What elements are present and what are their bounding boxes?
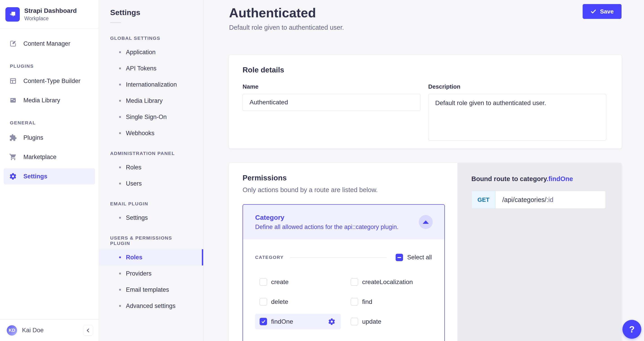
role-details-card: Role details Name Description Default ro…: [229, 55, 622, 148]
page-header: Authenticated Default role given to auth…: [229, 0, 622, 32]
subnav-item-internationalization[interactable]: Internationalization: [99, 77, 203, 93]
action-label: findOne: [271, 318, 293, 325]
subnav-item-api-tokens[interactable]: API Tokens: [99, 60, 203, 77]
bullet-icon: [119, 84, 121, 86]
category-group-row: CATEGORY Select all: [255, 254, 432, 261]
method-badge: GET: [472, 191, 496, 208]
select-all-control[interactable]: Select all: [396, 254, 432, 261]
create-checkbox[interactable]: [260, 278, 267, 286]
route-path: /api/categories/:id: [496, 191, 606, 208]
indeterminate-icon: [398, 257, 401, 258]
nav-item-media-library[interactable]: Media Library: [4, 92, 95, 108]
findOne-settings-button[interactable]: [327, 317, 336, 326]
workspace-brand[interactable]: Strapi Dashboard Workplace: [0, 0, 99, 29]
caret-up-icon: [422, 220, 429, 224]
bullet-icon: [119, 289, 121, 291]
nav-section-plugins: PLUGINS: [0, 64, 99, 69]
subnav-section-email-plugin: EMAIL PLUGIN: [99, 201, 203, 206]
subnav-item-up-providers[interactable]: Providers: [99, 265, 203, 282]
collapse-sidebar-button[interactable]: [83, 325, 93, 335]
nav-item-plugins[interactable]: Plugins: [4, 130, 95, 146]
strapi-logo-icon: [6, 7, 20, 22]
route-box: GET /api/categories/:id: [471, 191, 606, 209]
select-all-checkbox[interactable]: [396, 254, 403, 261]
subnav-item-single-sign-on[interactable]: Single Sign-On: [99, 109, 203, 125]
bullet-icon: [119, 217, 121, 219]
sidebar-footer: KD Kai Doe: [0, 319, 99, 341]
accordion-title: Category: [255, 213, 398, 222]
description-label: Description: [428, 83, 606, 90]
subnav-item-up-roles[interactable]: Roles: [99, 249, 203, 265]
subnav-item-admin-users[interactable]: Users: [99, 175, 203, 192]
find-checkbox[interactable]: [351, 298, 358, 305]
nav-item-content-manager[interactable]: Content Manager: [4, 36, 95, 52]
nav-item-label: Settings: [24, 173, 48, 180]
name-field[interactable]: [242, 94, 420, 111]
permissions-subtitle: Only actions bound by a route are listed…: [242, 186, 445, 194]
bullet-icon: [119, 116, 121, 118]
bullet-icon: [119, 166, 121, 168]
bound-route-title: Bound route to category.findOne: [471, 175, 606, 183]
user-name: Kai Doe: [22, 327, 78, 334]
subnav-item-email-settings[interactable]: Settings: [99, 210, 203, 226]
action-row-create: create: [255, 274, 341, 290]
app-title: Strapi Dashboard: [24, 7, 77, 15]
subnav-item-up-advanced-settings[interactable]: Advanced settings: [99, 298, 203, 314]
nav-item-content-type-builder[interactable]: Content-Type Builder: [4, 73, 95, 89]
subnav-section-users-permissions-plugin: USERS & PERMISSIONS PLUGIN: [99, 235, 203, 246]
action-label: update: [362, 318, 382, 325]
select-all-label: Select all: [407, 254, 432, 261]
collapse-accordion-button[interactable]: [419, 215, 433, 229]
permissions-title: Permissions: [242, 174, 445, 182]
check-icon: [590, 9, 596, 15]
bullet-icon: [119, 100, 121, 102]
createLocalization-checkbox[interactable]: [351, 278, 358, 286]
actions-grid: create createLocalization delete: [255, 274, 432, 329]
role-details-fields: Name Description Default role given to a…: [242, 83, 606, 142]
nav-item-label: Marketplace: [24, 154, 56, 161]
nav-item-label: Content Manager: [24, 40, 70, 47]
action-label: delete: [271, 298, 288, 305]
bullet-icon: [119, 273, 121, 274]
name-label: Name: [242, 83, 420, 90]
subnav-item-up-email-templates[interactable]: Email templates: [99, 282, 203, 298]
subnav-item-application[interactable]: Application: [99, 44, 203, 60]
name-field-group: Name: [242, 83, 420, 142]
findOne-checkbox[interactable]: [260, 318, 267, 325]
accordion-subtitle: Define all allowed actions for the api::…: [255, 223, 398, 231]
gear-icon: [328, 318, 336, 325]
action-label: create: [271, 278, 288, 286]
gear-icon: [8, 172, 18, 181]
subnav-item-webhooks[interactable]: Webhooks: [99, 125, 203, 141]
nav-item-label: Content-Type Builder: [24, 78, 80, 85]
save-button-label: Save: [600, 8, 614, 15]
settings-title: Settings: [99, 8, 203, 17]
description-field[interactable]: Default role given to authenticated user…: [428, 94, 606, 141]
nav-item-marketplace[interactable]: Marketplace: [4, 149, 95, 165]
category-accordion-header[interactable]: Category Define all allowed actions for …: [243, 205, 444, 239]
bound-route-panel: Bound route to category.findOne GET /api…: [458, 163, 622, 341]
page-subtitle: Default role given to authenticated user…: [229, 24, 622, 32]
subnav-section-administration-panel: ADMINISTRATION PANEL: [99, 151, 203, 156]
help-button[interactable]: ?: [622, 320, 641, 339]
nav-item-settings[interactable]: Settings: [4, 168, 95, 184]
main-content: Authenticated Default role given to auth…: [204, 0, 644, 341]
action-label: find: [362, 298, 372, 305]
subnav-item-media-library[interactable]: Media Library: [99, 93, 203, 109]
workspace-name: Workplace: [24, 15, 77, 22]
subnav-section-global-settings: GLOBAL SETTINGS: [99, 36, 203, 41]
nav-item-label: Plugins: [24, 134, 44, 141]
save-button[interactable]: Save: [583, 4, 622, 19]
settings-subnav: Settings GLOBAL SETTINGS Application API…: [99, 0, 204, 341]
content-manager-icon: [8, 39, 18, 48]
update-checkbox[interactable]: [351, 318, 358, 325]
subnav-item-admin-roles[interactable]: Roles: [99, 159, 203, 175]
delete-checkbox[interactable]: [260, 298, 267, 305]
nav-section-general: GENERAL: [0, 120, 99, 126]
media-library-icon: [8, 96, 18, 105]
bullet-icon: [119, 51, 121, 53]
avatar[interactable]: KD: [7, 325, 17, 335]
title-divider: [110, 22, 121, 23]
main-sidebar: Strapi Dashboard Workplace Content Manag…: [0, 0, 99, 341]
action-row-findOne[interactable]: findOne: [255, 314, 341, 329]
